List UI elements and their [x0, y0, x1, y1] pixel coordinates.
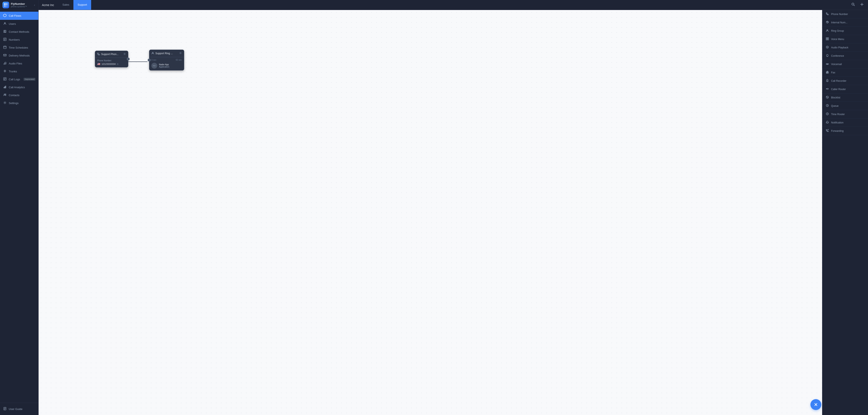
canvas-area: Support Phon... Phone Number: 🇺🇸 1212333… [39, 10, 822, 415]
svg-rect-0 [4, 3, 6, 5]
ring-node-icon [151, 52, 154, 55]
caller-router-icon [826, 87, 829, 91]
ring-timer: 0 sec 60 sec [151, 59, 182, 61]
svg-point-37 [4, 102, 5, 103]
phone-flag: 🇺🇸 [97, 63, 100, 65]
rp-label-time-router: Time Router [831, 113, 845, 116]
phone-number-icon [826, 12, 829, 16]
top-header: FlyNumber phone.systems™ ‹ Acme Inc Sale… [0, 0, 868, 10]
rp-item-notification[interactable]: Notification [822, 119, 868, 127]
ring-node-input-connector[interactable] [148, 59, 151, 62]
rp-item-fax[interactable]: Fax [822, 68, 868, 77]
sidebar-label-trunks: Trunks [9, 70, 17, 73]
sidebar-label-audio-files: Audio Files [9, 62, 22, 65]
call-logs-icon [3, 77, 7, 81]
svg-point-48 [827, 30, 828, 31]
rp-item-ring-group[interactable]: Ring Group [822, 27, 868, 35]
rp-item-internal-num[interactable]: Internal Num... [822, 18, 868, 27]
sidebar-item-contacts[interactable]: Contacts [0, 91, 38, 99]
sidebar-item-audio-files[interactable]: Audio Files [0, 59, 38, 67]
tab-sales[interactable]: Sales [58, 0, 73, 10]
sidebar-label-user-guide: User Guide [9, 408, 23, 411]
sidebar-item-delivery-methods[interactable]: Delivery Methods [0, 52, 38, 59]
call-recorder-icon [826, 79, 829, 83]
svg-line-23 [5, 62, 6, 62]
app-name: FlyNumber [11, 2, 27, 5]
rp-item-conference[interactable]: Conference [822, 52, 868, 60]
svg-marker-8 [3, 14, 6, 17]
member-avatar: NA [151, 63, 157, 69]
rp-item-voicemail[interactable]: Voicemail [822, 60, 868, 68]
call-flows-icon [3, 14, 7, 18]
search-button[interactable] [850, 2, 856, 8]
ring-node-settings-button[interactable] [179, 52, 182, 55]
rp-item-forwarding[interactable]: Forwarding [822, 127, 868, 135]
rp-item-voice-menu[interactable]: Voice Menu [822, 35, 868, 43]
app-subtitle: phone.systems™ [11, 5, 27, 8]
sidebar-item-users[interactable]: Users [0, 20, 38, 28]
ring-group-node[interactable]: Support Ring ... 0 sec 60 sec NA [149, 50, 184, 70]
rp-item-phone-number[interactable]: Phone Number [822, 10, 868, 18]
sidebar-item-call-flows[interactable]: Call Flows [0, 12, 38, 20]
rp-label-forwarding: Forwarding [831, 129, 844, 132]
add-button[interactable] [859, 2, 865, 8]
phone-number-node[interactable]: Support Phon... Phone Number: 🇺🇸 1212333… [95, 51, 128, 67]
blocklist-icon [826, 96, 829, 99]
svg-point-42 [124, 54, 125, 55]
svg-point-62 [828, 72, 828, 73]
queue-icon [826, 104, 829, 107]
sidebar-item-user-guide[interactable]: User Guide [3, 406, 35, 413]
sidebar-label-call-analytics: Call Analytics [9, 86, 25, 89]
company-name: Acme Inc [42, 3, 58, 7]
sidebar-label-users: Users [9, 22, 16, 26]
sidebar-item-call-analytics[interactable]: Call Analytics [0, 83, 38, 91]
rp-item-blocklist[interactable]: Blocklist [822, 93, 868, 102]
delivery-methods-icon [3, 54, 7, 57]
rp-label-internal-num: Internal Num... [831, 21, 847, 24]
svg-rect-34 [5, 86, 6, 88]
phone-number: 12123333334 [101, 63, 116, 65]
phone-node-title: Support Phon... [101, 53, 122, 56]
phone-node-output-connector[interactable] [127, 58, 130, 61]
svg-point-35 [4, 94, 5, 95]
member-info: Nader App Application: [159, 63, 170, 68]
close-panel-fab[interactable] [810, 399, 821, 410]
rp-label-queue: Queue [831, 104, 839, 107]
svg-point-9 [4, 23, 5, 24]
sidebar-item-contact-methods[interactable]: Contact Methods [0, 28, 38, 36]
copy-phone-button[interactable]: ⧉ [117, 63, 119, 65]
sidebar-item-numbers[interactable]: Numbers [0, 36, 38, 43]
sidebar-bottom: User Guide [0, 403, 38, 415]
sidebar-item-trunks[interactable]: Trunks [0, 67, 38, 75]
rp-item-queue[interactable]: Queue [822, 102, 868, 110]
sidebar-item-call-logs[interactable]: Call Logs Deprecated [0, 75, 38, 83]
phone-node-icon [97, 53, 100, 56]
svg-rect-3 [6, 5, 7, 7]
sidebar-label-contacts: Contacts [9, 94, 20, 97]
sidebar-label-delivery-methods: Delivery Methods [9, 54, 30, 57]
phone-node-settings-button[interactable] [123, 53, 126, 56]
rp-item-audio-playback[interactable]: Audio Playback [822, 43, 868, 52]
sidebar-item-settings[interactable]: Settings [0, 99, 38, 107]
right-panel: Phone Number Internal Num... Ring Group [822, 10, 868, 415]
svg-rect-61 [827, 72, 828, 73]
rp-item-call-recorder[interactable]: Call Recorder [822, 77, 868, 85]
ring-group-icon [826, 29, 829, 33]
app-logo-icon [2, 2, 9, 8]
svg-rect-18 [4, 54, 6, 56]
header-right [850, 2, 868, 8]
svg-rect-63 [827, 79, 828, 81]
rp-label-notification: Notification [831, 121, 843, 124]
phone-node-content: Phone Number: 🇺🇸 12123333334 ⧉ [95, 58, 128, 67]
sidebar-item-time-schedules[interactable]: Time Schedules [0, 43, 38, 52]
sidebar-nav: Call Flows Users [0, 10, 38, 403]
rp-item-time-router[interactable]: Time Router [822, 110, 868, 119]
flow-connection-svg [39, 10, 822, 415]
rp-item-caller-router[interactable]: Caller Router [822, 85, 868, 93]
rp-label-blocklist: Blocklist [831, 96, 840, 99]
collapse-sidebar-button[interactable]: ‹ [33, 2, 36, 7]
tab-support[interactable]: Support [73, 0, 91, 10]
users-icon [3, 22, 7, 26]
svg-rect-60 [827, 71, 828, 72]
audio-playback-icon [826, 46, 829, 49]
